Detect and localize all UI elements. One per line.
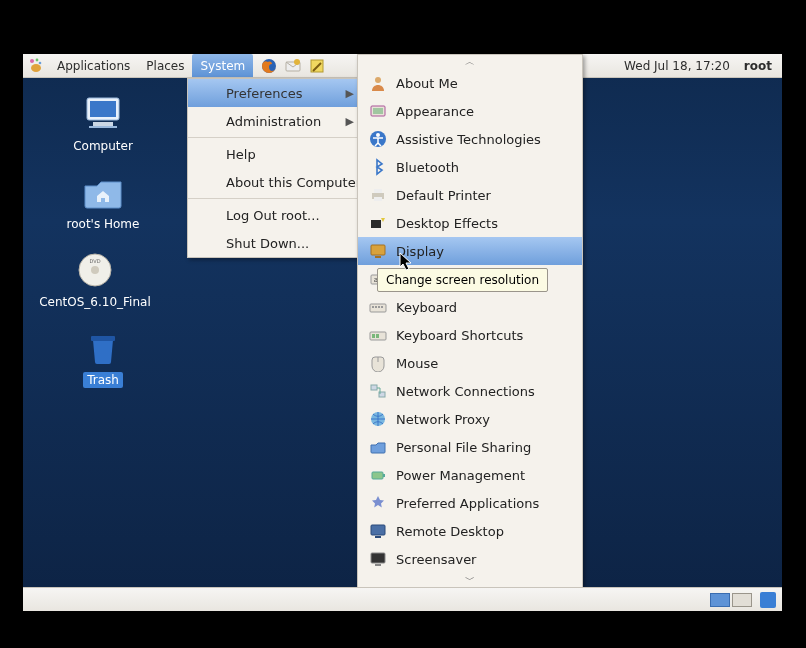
menubar-system[interactable]: System bbox=[192, 54, 253, 77]
menu-item-label: Network Proxy bbox=[396, 412, 562, 427]
menu-separator bbox=[188, 198, 374, 199]
menu-item-logout[interactable]: Log Out root... bbox=[188, 201, 374, 229]
menu-item-preferences[interactable]: Preferences ▶ bbox=[188, 79, 374, 107]
system-menu: Preferences ▶ Administration ▶ Help Abou… bbox=[187, 78, 375, 258]
desktop-icon-label: root's Home bbox=[63, 216, 144, 232]
desktop-icon-computer[interactable]: Computer bbox=[43, 94, 163, 154]
menu-item-shutdown[interactable]: Shut Down... bbox=[188, 229, 374, 257]
svg-rect-41 bbox=[372, 472, 383, 479]
menu-separator bbox=[188, 137, 374, 138]
menu-item-label: Display bbox=[396, 244, 562, 259]
blank-icon bbox=[198, 205, 218, 225]
remote-desktop-icon bbox=[368, 521, 388, 541]
svg-point-0 bbox=[30, 59, 34, 63]
svg-text:DVD: DVD bbox=[89, 258, 100, 264]
menu-item-power[interactable]: Power Management bbox=[358, 461, 582, 489]
computer-icon bbox=[79, 94, 127, 134]
menu-item-label: About Me bbox=[396, 76, 562, 91]
preferences-menu: ︿ About MeAppearanceAssistive Technologi… bbox=[357, 54, 583, 588]
panel-trash-icon[interactable] bbox=[760, 592, 776, 608]
menu-item-about[interactable]: About this Computer bbox=[188, 168, 374, 196]
panel-clock[interactable]: Wed Jul 18, 17:20 bbox=[616, 59, 738, 73]
display-icon bbox=[368, 241, 388, 261]
menu-item-about-me[interactable]: About Me bbox=[358, 69, 582, 97]
workspace-1[interactable] bbox=[710, 593, 730, 607]
menu-item-display[interactable]: Display bbox=[358, 237, 582, 265]
assistive-icon bbox=[368, 129, 388, 149]
menu-item-label: Bluetooth bbox=[396, 160, 562, 175]
menu-item-pref-apps[interactable]: Preferred Applications bbox=[358, 489, 582, 517]
svg-point-13 bbox=[91, 266, 99, 274]
menu-item-label: Screensaver bbox=[396, 552, 562, 567]
svg-point-16 bbox=[375, 77, 381, 83]
menu-item-label: Network Connections bbox=[396, 384, 562, 399]
menu-item-screensaver[interactable]: Screensaver bbox=[358, 545, 582, 573]
menu-item-label: Appearance bbox=[396, 104, 562, 119]
desktop-icon-dvd[interactable]: DVD CentOS_6.10_Final bbox=[35, 250, 155, 310]
svg-rect-22 bbox=[374, 189, 382, 193]
menu-item-bluetooth[interactable]: Bluetooth bbox=[358, 153, 582, 181]
menu-item-label: Mouse bbox=[396, 356, 562, 371]
menu-item-keyboard[interactable]: Keyboard bbox=[358, 293, 582, 321]
svg-rect-35 bbox=[372, 334, 375, 338]
default-printer-icon bbox=[368, 185, 388, 205]
menu-item-net-conn[interactable]: Network Connections bbox=[358, 377, 582, 405]
menubar-applications[interactable]: Applications bbox=[49, 54, 138, 77]
desktop-icon-label: Computer bbox=[69, 138, 137, 154]
desktop-effects-icon bbox=[368, 213, 388, 233]
menu-item-help[interactable]: Help bbox=[188, 140, 374, 168]
blank-icon bbox=[198, 83, 218, 103]
menu-item-file-sharing[interactable]: Personal File Sharing bbox=[358, 433, 582, 461]
bluetooth-icon bbox=[368, 157, 388, 177]
menu-item-label: Preferences bbox=[226, 86, 332, 101]
svg-rect-15 bbox=[91, 336, 115, 341]
menu-item-assistive[interactable]: Assistive Technologies bbox=[358, 125, 582, 153]
gnome-foot-icon[interactable] bbox=[25, 55, 47, 77]
svg-rect-9 bbox=[90, 101, 116, 117]
blank-icon bbox=[198, 111, 218, 131]
menu-item-appearance[interactable]: Appearance bbox=[358, 97, 582, 125]
menu-item-label: Log Out root... bbox=[226, 208, 354, 223]
svg-rect-43 bbox=[371, 525, 385, 535]
menu-scroll-down[interactable]: ﹀ bbox=[358, 573, 582, 587]
svg-rect-33 bbox=[381, 306, 383, 308]
panel-user[interactable]: root bbox=[738, 59, 782, 73]
keyboard-icon bbox=[368, 297, 388, 317]
svg-rect-44 bbox=[375, 536, 381, 538]
menu-item-label: Desktop Effects bbox=[396, 216, 562, 231]
workspace-2[interactable] bbox=[732, 593, 752, 607]
menu-scroll-up[interactable]: ︿ bbox=[358, 55, 582, 69]
menubar-places[interactable]: Places bbox=[138, 54, 192, 77]
svg-point-2 bbox=[39, 61, 42, 64]
menu-item-kb-shortcuts[interactable]: Keyboard Shortcuts bbox=[358, 321, 582, 349]
desktop-icon-home[interactable]: root's Home bbox=[43, 172, 163, 232]
svg-rect-45 bbox=[371, 553, 385, 563]
mouse-icon bbox=[368, 353, 388, 373]
home-folder-icon bbox=[79, 172, 127, 212]
menu-item-desktop-effects[interactable]: Desktop Effects bbox=[358, 209, 582, 237]
menu-item-default-printer[interactable]: Default Printer bbox=[358, 181, 582, 209]
menu-item-mouse[interactable]: Mouse bbox=[358, 349, 582, 377]
desktop-icon-label: CentOS_6.10_Final bbox=[35, 294, 155, 310]
svg-rect-30 bbox=[372, 306, 374, 308]
menu-item-label: Preferred Applications bbox=[396, 496, 562, 511]
menu-item-label: About this Computer bbox=[226, 175, 361, 190]
dvd-icon: DVD bbox=[71, 250, 119, 290]
desktop-icon-trash[interactable]: Trash bbox=[43, 328, 163, 388]
firefox-icon[interactable] bbox=[258, 55, 280, 77]
net-proxy-icon bbox=[368, 409, 388, 429]
svg-rect-36 bbox=[376, 334, 379, 338]
blank-icon bbox=[198, 144, 218, 164]
menu-item-remote-desktop[interactable]: Remote Desktop bbox=[358, 517, 582, 545]
menu-item-net-proxy[interactable]: Network Proxy bbox=[358, 405, 582, 433]
svg-rect-46 bbox=[375, 564, 381, 566]
evolution-icon[interactable] bbox=[282, 55, 304, 77]
pref-apps-icon bbox=[368, 493, 388, 513]
menu-item-label: Personal File Sharing bbox=[396, 440, 562, 455]
appearance-icon bbox=[368, 101, 388, 121]
menu-item-administration[interactable]: Administration ▶ bbox=[188, 107, 374, 135]
bottom-panel bbox=[23, 587, 782, 611]
gedit-icon[interactable] bbox=[306, 55, 328, 77]
screensaver-icon bbox=[368, 549, 388, 569]
svg-point-20 bbox=[376, 133, 380, 137]
